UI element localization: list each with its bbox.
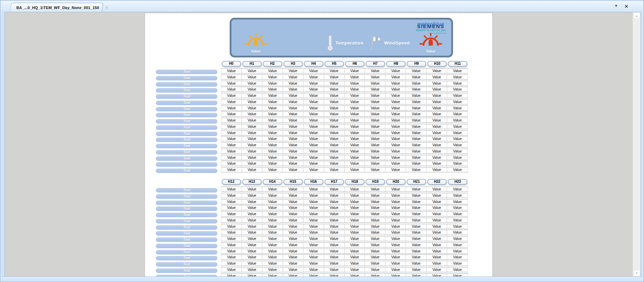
table-row: ValueValueValueValueValueValueValueValue… [221,75,468,80]
value-cell: Value [427,75,447,79]
value-cell: Value [447,193,468,198]
table-row: ValueValueValueValueValueValueValueValue… [221,81,468,86]
value-cell: Value [221,199,242,204]
value-cell: Value [427,106,447,110]
close-icon[interactable]: ✕ [624,4,628,9]
chevron-down-icon[interactable]: ▼ [614,4,618,8]
value-cell: Value [385,167,406,172]
value-cell: Value [427,267,447,272]
value-cell: Value [365,87,385,92]
value-cell: Value [447,261,468,266]
value-cell: Value [283,149,304,154]
row-label-pill: Text [156,250,217,254]
value-cell: Value [385,199,406,204]
value-cell: Value [324,143,345,147]
value-cell: Value [385,230,406,235]
value-cell: Value [406,106,427,110]
value-cell: Value [262,131,283,135]
table-row: ValueValueValueValueValueValueValueValue… [221,161,468,166]
scroll-down-icon[interactable]: ▼ [633,270,640,276]
value-cell: Value [345,161,365,166]
value-cell: Value [406,212,427,216]
value-cell: Value [242,167,262,172]
value-cell: Value [406,124,427,129]
value-cell: Value [385,193,406,198]
row-label-pill: Text [156,150,217,155]
value-cell: Value [406,218,427,222]
value-cell: Value [242,106,262,110]
value-cell: Value [221,243,242,247]
value-cell: Value [242,149,262,154]
value-cell: Value [221,143,242,147]
value-cell: Value [427,131,447,135]
value-cell: Value [283,224,304,229]
column-header-h9: H9 [407,61,426,67]
value-cell: Value [304,255,324,259]
app-window: BA_...0_HQ_1\TEM_WF_Day_None_001_150 × ▼… [0,0,644,282]
value-cell: Value [262,199,283,204]
value-cell: Value [242,75,262,79]
value-cell: Value [324,131,345,135]
value-cell: Value [365,143,385,147]
row-labels-table2: TextTextTextTextTextTextTextTextTextText… [156,188,217,277]
value-cell: Value [406,249,427,253]
report-page: Value Temperature [145,13,493,277]
value-cell: Value [406,143,427,147]
value-cell: Value [345,93,365,98]
row-label-pill: Text [156,231,217,236]
value-cell: Value [304,267,324,272]
value-cell: Value [324,205,345,210]
value-cell: Value [221,249,242,253]
value-cell: Value [385,224,406,229]
vertical-scrollbar[interactable]: ▲ ▼ [632,12,641,276]
value-cell: Value [406,93,427,98]
value-cell: Value [221,124,242,129]
value-cell: Value [283,75,304,79]
value-cell: Value [283,155,304,160]
value-cell: Value [283,131,304,135]
value-cell: Value [365,136,385,141]
value-cell: Value [221,205,242,210]
value-cell: Value [283,93,304,98]
value-cell: Value [345,249,365,253]
document-tab[interactable]: BA_...0_HQ_1\TEM_WF_Day_None_001_150 × [10,3,103,12]
value-cell: Value [221,118,242,123]
value-cell: Value [324,167,345,172]
value-cell: Value [324,255,345,259]
value-cell: Value [262,224,283,229]
row-label-pill: Text [156,88,217,93]
scroll-up-icon[interactable]: ▲ [633,13,640,19]
value-cell: Value [345,261,365,266]
value-cell: Value [242,118,262,123]
table-row: ValueValueValueValueValueValueValueValue… [221,187,468,192]
value-cell: Value [447,205,468,210]
value-cell: Value [324,249,345,253]
table-row: ValueValueValueValueValueValueValueValue… [221,218,468,223]
value-cell: Value [324,112,345,116]
column-header-h17: H17 [324,179,344,185]
value-cell: Value [262,167,283,172]
value-cell: Value [283,143,304,147]
table-row: ValueValueValueValueValueValueValueValue… [221,249,468,254]
value-cell: Value [283,261,304,266]
column-header-h22: H22 [427,179,447,185]
value-cell: Value [385,261,406,266]
value-cell: Value [304,161,324,166]
row-label-pill: Text [156,138,217,142]
value-cell: Value [385,205,406,210]
value-cell: Value [447,249,468,253]
value-cell: Value [365,93,385,98]
value-cell: Value [262,93,283,98]
tab-close-icon[interactable]: × [106,6,108,9]
value-cell: Value [324,267,345,272]
value-cell: Value [242,236,262,241]
value-cell: Value [283,205,304,210]
column-header-h21: H21 [407,179,426,185]
value-cell: Value [324,118,345,123]
value-cell: Value [262,267,283,272]
value-cell: Value [385,161,406,166]
value-cell: Value [427,161,447,166]
value-cell: Value [304,187,324,191]
value-cell: Value [406,236,427,241]
value-cell: Value [262,69,283,73]
